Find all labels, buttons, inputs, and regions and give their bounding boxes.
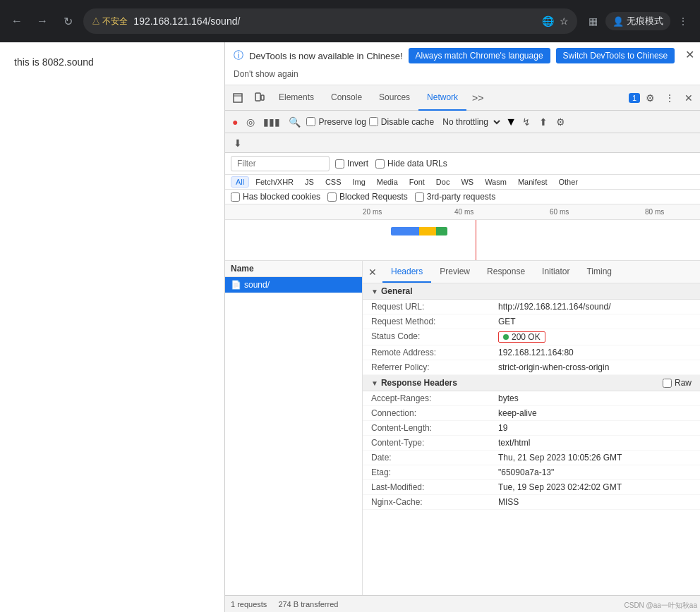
page-left: this is 8082.sound — [0, 42, 224, 612]
tab-preview[interactable]: Preview — [431, 261, 478, 283]
translate-icon[interactable]: 🌐 — [542, 16, 554, 27]
devtools-toolbar-right: 1 ⚙ ⋮ ✕ — [629, 90, 697, 106]
incognito-icon: 👤 — [612, 16, 624, 27]
filter-icon[interactable]: ▮▮▮ — [260, 115, 283, 129]
filter-js[interactable]: JS — [300, 176, 319, 188]
tab-timing[interactable]: Timing — [578, 261, 620, 283]
page-content: this is 8082.sound ⓘ DevTools is now ava… — [0, 42, 700, 612]
notification-badge: 1 — [629, 93, 640, 103]
menu-button[interactable]: ⋮ — [673, 11, 693, 31]
banner-close-button[interactable]: ✕ — [685, 48, 694, 61]
incognito-button[interactable]: 👤 无痕模式 — [605, 12, 670, 30]
filter-type-bar: All Fetch/XHR JS CSS Img Media Font Doc … — [225, 175, 700, 190]
detail-row-content-type: Content-Type: text/html — [363, 436, 700, 451]
blocked-requests-checkbox[interactable] — [327, 192, 337, 202]
filter-extra-row: Has blocked cookies Blocked Requests 3rd… — [225, 190, 700, 204]
third-party-checkbox[interactable] — [415, 192, 424, 202]
switch-chinese-button[interactable]: Switch DevTools to Chinese — [556, 48, 675, 63]
remote-key: Remote Address: — [371, 348, 498, 357]
response-headers-section: ▼ Response Headers Raw — [363, 375, 700, 391]
tab-headers[interactable]: Headers — [382, 261, 431, 283]
settings2-icon[interactable]: ⚙ — [553, 115, 568, 129]
preserve-log-checkbox[interactable] — [306, 117, 315, 126]
invert-checkbox[interactable] — [335, 159, 344, 169]
detail-row-referrer: Referrer Policy: strict-origin-when-cros… — [363, 360, 700, 375]
filter-input[interactable] — [231, 156, 330, 171]
bookmark-icon[interactable]: ☆ — [560, 16, 569, 27]
ruler-mark-40ms: 40 ms — [454, 208, 473, 216]
preserve-log-label[interactable]: Preserve log — [306, 117, 366, 127]
hide-data-urls-checkbox[interactable] — [375, 159, 385, 169]
more-options-icon[interactable]: ⋮ — [660, 90, 679, 106]
filter-other[interactable]: Other — [553, 176, 583, 188]
status-ok-badge: 200 OK — [498, 331, 545, 343]
detail-row-etag: Etag: "65090a7a-13" — [363, 465, 700, 480]
inspect-element-button[interactable] — [228, 90, 248, 106]
request-item-name: sound/ — [244, 280, 270, 290]
detail-row-date: Date: Thu, 21 Sep 2023 10:05:26 GMT — [363, 451, 700, 465]
ruler-mark-20ms: 20 ms — [363, 208, 382, 216]
referrer-key: Referrer Policy: — [371, 362, 498, 372]
general-label: General — [381, 286, 413, 296]
dont-show-button[interactable]: Don't show again — [234, 69, 298, 79]
settings-icon[interactable]: ⚙ — [641, 90, 659, 106]
reload-button[interactable]: ↻ — [58, 11, 78, 31]
filter-all[interactable]: All — [231, 176, 249, 188]
search-icon[interactable]: 🔍 — [286, 115, 303, 129]
close-devtools-button[interactable]: ✕ — [680, 90, 697, 106]
filter-font[interactable]: Font — [404, 176, 430, 188]
main-split: Name 📄 sound/ ✕ Headers Preview Response… — [225, 261, 700, 595]
filter-fetch-xhr[interactable]: Fetch/XHR — [251, 176, 298, 188]
address-bar[interactable]: △ 不安全 192.168.121.164/sound/ 🌐 ☆ — [83, 8, 577, 34]
tab-network[interactable]: Network — [418, 85, 466, 111]
device-toolbar-button[interactable] — [249, 90, 269, 106]
third-party-label[interactable]: 3rd-party requests — [415, 192, 495, 202]
filter-ws[interactable]: WS — [456, 176, 478, 188]
raw-checkbox-label[interactable]: Raw — [663, 378, 692, 388]
blocked-cookies-checkbox[interactable] — [231, 192, 240, 202]
waterfall-bar — [391, 227, 447, 235]
upload-icon[interactable]: ⬆ — [536, 115, 550, 129]
date-key: Date: — [371, 453, 498, 463]
blocked-requests-label[interactable]: Blocked Requests — [327, 192, 408, 202]
disable-cache-label[interactable]: Disable cache — [369, 117, 434, 127]
clear-button[interactable]: ◎ — [243, 115, 258, 129]
accept-ranges-key: Accept-Ranges: — [371, 393, 498, 403]
disable-cache-checkbox[interactable] — [369, 117, 378, 126]
raw-checkbox[interactable] — [663, 379, 672, 388]
hide-data-urls-label[interactable]: Hide data URLs — [375, 159, 447, 169]
filter-manifest[interactable]: Manifest — [513, 176, 553, 188]
wifi-icon[interactable]: ↯ — [519, 115, 533, 129]
invert-label[interactable]: Invert — [335, 159, 368, 169]
record-button[interactable]: ● — [229, 115, 241, 129]
blocked-cookies-label[interactable]: Has blocked cookies — [231, 192, 320, 202]
throttle-select[interactable]: No throttling — [437, 115, 502, 129]
general-section-header: ▼ General — [363, 283, 700, 300]
tab-sources[interactable]: Sources — [370, 85, 418, 111]
download-icon[interactable]: ⬇ — [231, 136, 245, 150]
timeline-header: 20 ms 40 ms 60 ms 80 ms 100 ms — [225, 204, 700, 220]
tab-initiator[interactable]: Initiator — [533, 261, 578, 283]
devtools-panel-inner: ⓘ DevTools is now available in Chinese! … — [224, 42, 700, 612]
detail-close-button[interactable]: ✕ — [363, 261, 382, 283]
back-button[interactable]: ← — [7, 11, 27, 31]
detail-row-nginx-cache: Nginx-Cache: MISS — [363, 495, 700, 510]
tab-console[interactable]: Console — [322, 85, 370, 111]
filter-doc[interactable]: Doc — [431, 176, 455, 188]
filter-media[interactable]: Media — [372, 176, 403, 188]
url-key: Request URL: — [371, 302, 498, 312]
detail-row-method: Request Method: GET — [363, 314, 700, 329]
detail-panel: ✕ Headers Preview Response Initiator Tim… — [363, 261, 700, 595]
forward-button[interactable]: → — [32, 11, 52, 31]
filter-img[interactable]: Img — [348, 176, 370, 188]
tab-response[interactable]: Response — [478, 261, 533, 283]
match-lang-button[interactable]: Always match Chrome's language — [409, 48, 550, 63]
request-item[interactable]: 📄 sound/ — [225, 277, 362, 293]
info-icon: ⓘ — [234, 49, 243, 62]
filter-css[interactable]: CSS — [320, 176, 346, 188]
sidebar-icon[interactable]: ▦ — [583, 11, 603, 31]
tab-more-button[interactable]: >> — [466, 85, 489, 111]
tab-elements[interactable]: Elements — [270, 85, 322, 111]
throttle-arrow: ▼ — [505, 116, 517, 128]
filter-wasm[interactable]: Wasm — [480, 176, 512, 188]
